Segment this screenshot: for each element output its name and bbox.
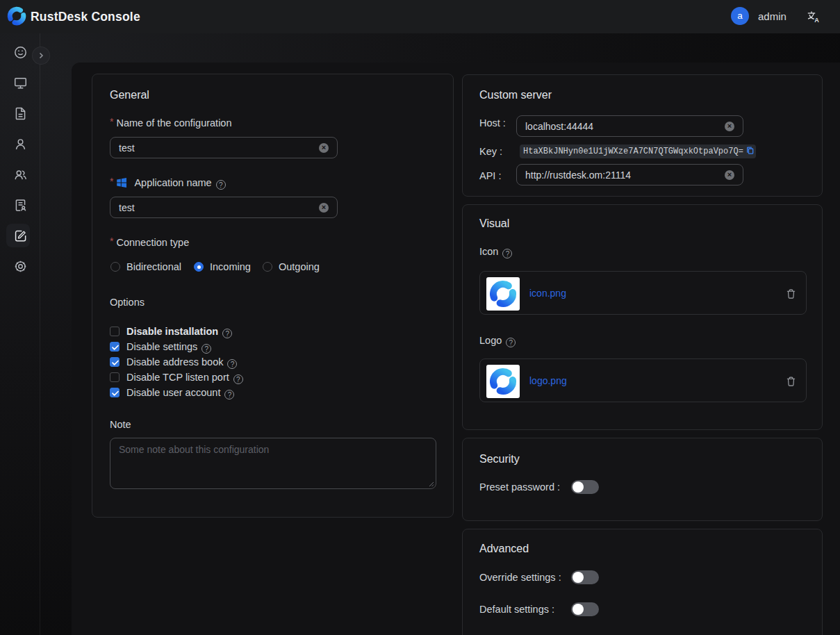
- svg-text:A: A: [814, 17, 819, 24]
